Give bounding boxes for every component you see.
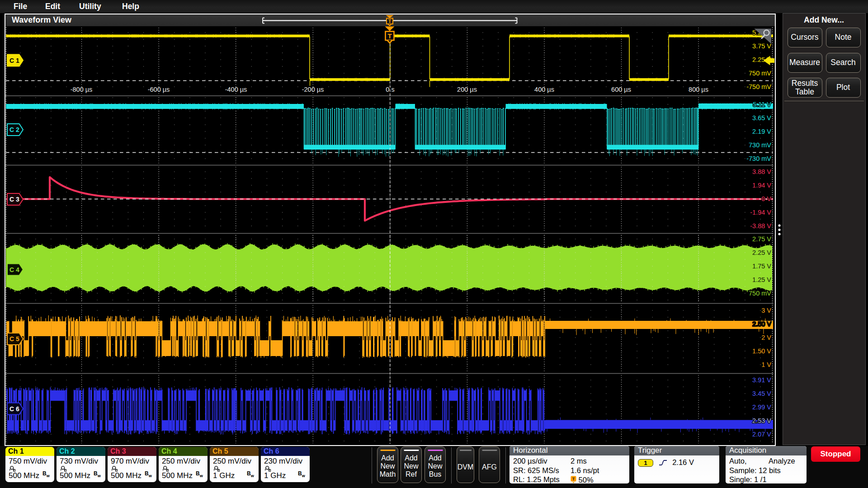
svg-text:T: T bbox=[572, 477, 575, 481]
